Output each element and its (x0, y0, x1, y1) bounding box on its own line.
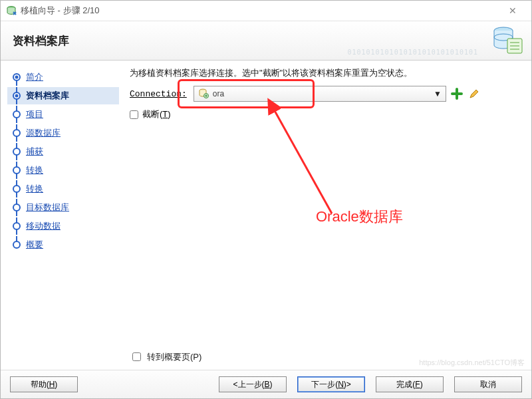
chevron-down-icon: ▼ (434, 89, 442, 98)
step-node-icon (7, 124, 26, 142)
sidebar-item-label: 项目 (26, 108, 43, 120)
sidebar-item-label: 资料档案库 (26, 90, 69, 102)
connection-row: Connection: ora ▼ (130, 86, 521, 102)
annotation-label: Oracle数据库 (316, 207, 403, 227)
truncate-checkbox[interactable] (130, 110, 138, 119)
step-node-icon (7, 87, 26, 104)
header: 资料档案库 0101010101010101010101010101 (1, 21, 531, 61)
sidebar-item-2[interactable]: 项目 (7, 106, 119, 123)
sidebar-item-label: 捕获 (26, 146, 43, 158)
back-button[interactable]: < 上一步(B) (219, 376, 287, 392)
sidebar-item-6[interactable]: 转换 (7, 180, 119, 198)
svg-point-22 (13, 148, 20, 155)
svg-point-19 (13, 130, 20, 136)
step-node-icon (7, 162, 26, 179)
add-connection-button[interactable] (450, 87, 464, 100)
header-db-icon (491, 25, 523, 58)
binary-decoration: 0101010101010101010101010101 (347, 49, 478, 56)
step-node-icon (7, 106, 26, 123)
step-node-icon (7, 236, 26, 253)
sidebar-item-8[interactable]: 移动数据 (7, 217, 119, 235)
sidebar-item-label: 简介 (26, 71, 43, 83)
svg-point-16 (13, 111, 20, 118)
connection-select[interactable]: ora ▼ (194, 86, 446, 102)
sidebar-item-label: 目标数据库 (26, 201, 69, 213)
step-node-icon (7, 217, 26, 235)
svg-point-31 (13, 204, 20, 211)
next-button[interactable]: 下一步(N) > (297, 376, 365, 392)
step-node-icon (7, 199, 26, 216)
sidebar-item-9[interactable]: 概要 (7, 236, 119, 253)
app-icon (6, 5, 17, 16)
connection-value: ora (213, 89, 224, 98)
goto-summary-label[interactable]: 转到概要页(P) (147, 351, 201, 363)
sidebar-item-1[interactable]: 资料档案库 (7, 87, 119, 104)
wizard-window: 移植向导 - 步骤 2/10 ✕ 资料档案库 01010101010101010… (0, 0, 532, 399)
sidebar-item-label: 移动数据 (26, 220, 61, 232)
help-button[interactable]: 帮助(H) (10, 376, 78, 392)
svg-point-25 (13, 167, 20, 174)
finish-button[interactable]: 完成(F) (376, 376, 444, 392)
svg-point-9 (15, 76, 19, 79)
goto-summary-checkbox[interactable] (132, 352, 141, 361)
sidebar-item-0[interactable]: 简介 (7, 68, 119, 86)
instruction-text: 为移植资料档案库选择连接。选中"截断"以将该资料档案库重置为空状态。 (130, 67, 521, 79)
truncate-label[interactable]: 截断(T) (142, 108, 171, 120)
step-node-icon (7, 68, 26, 86)
svg-point-36 (13, 241, 20, 248)
footer: 帮助(H) < 上一步(B) 下一步(N) > 完成(F) 取消 (1, 370, 531, 398)
connection-label: Connection: (130, 89, 187, 99)
content-panel: 为移植资料档案库选择连接。选中"截断"以将该资料档案库重置为空状态。 Conne… (119, 61, 531, 370)
svg-point-13 (15, 94, 19, 98)
sidebar-item-label: 转换 (26, 164, 43, 176)
sidebar-item-label: 源数据库 (26, 127, 61, 139)
sidebar-item-4[interactable]: 捕获 (7, 143, 119, 160)
sidebar-item-label: 转换 (26, 183, 43, 195)
step-node-icon (7, 180, 26, 198)
cancel-button[interactable]: 取消 (454, 376, 522, 392)
goto-summary-row: 转到概要页(P) (130, 350, 201, 363)
sidebar: 简介资料档案库项目源数据库捕获转换转换目标数据库移动数据概要 (1, 61, 119, 370)
sidebar-item-7[interactable]: 目标数据库 (7, 199, 119, 216)
svg-point-28 (13, 186, 20, 192)
sidebar-item-label: 概要 (26, 239, 43, 251)
database-icon (198, 88, 209, 100)
window-title: 移植向导 - 步骤 2/10 (21, 5, 499, 17)
truncate-row: 截断(T) (130, 108, 521, 120)
sidebar-item-3[interactable]: 源数据库 (7, 124, 119, 142)
page-title: 资料档案库 (13, 33, 69, 49)
svg-line-39 (273, 108, 332, 213)
edit-connection-button[interactable] (467, 87, 481, 100)
step-node-icon (7, 143, 26, 160)
svg-point-34 (13, 223, 20, 229)
close-button[interactable]: ✕ (499, 5, 526, 16)
titlebar: 移植向导 - 步骤 2/10 ✕ (1, 1, 531, 21)
sidebar-item-5[interactable]: 转换 (7, 162, 119, 179)
body: 简介资料档案库项目源数据库捕获转换转换目标数据库移动数据概要 为移植资料档案库选… (1, 61, 531, 370)
